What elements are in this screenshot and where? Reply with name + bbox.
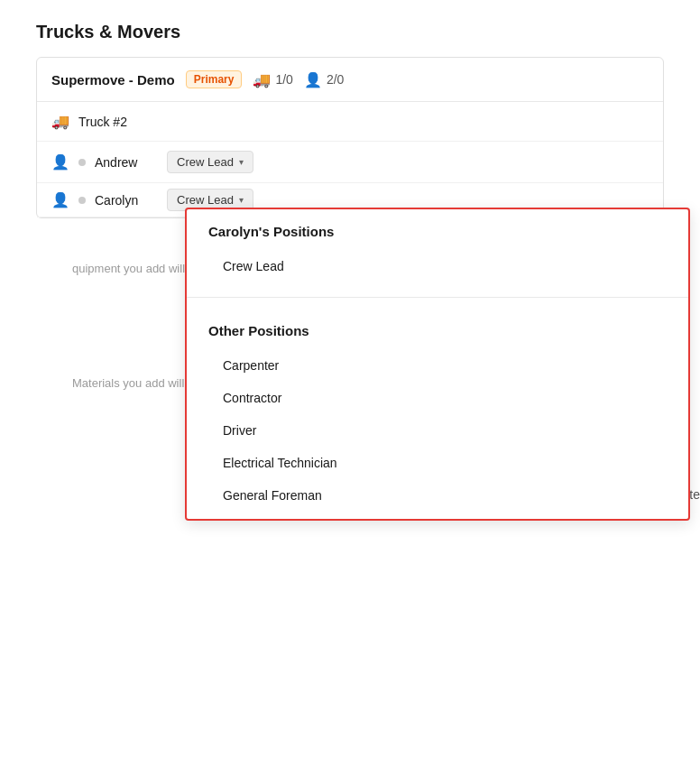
page-container: Trucks & Movers Supermove - Demo Primary… <box>0 0 700 758</box>
carolyn-dropdown-arrow: ▾ <box>239 195 244 205</box>
materials-hint-text: Materials you add will be <box>72 376 200 390</box>
trucks-stat: 🚚 1/0 <box>253 71 292 88</box>
role-dropdown-popup: Carolyn's Positions Crew Lead Other Posi… <box>185 208 690 521</box>
truck-stat-icon: 🚚 <box>253 71 271 88</box>
truck-row-icon: 🚚 <box>51 113 69 130</box>
carpenter-label: Carpenter <box>223 358 279 373</box>
trucks-count: 1/0 <box>275 72 292 87</box>
carolyn-name: Carolyn <box>95 193 158 208</box>
status-dot-andrew <box>78 159 86 166</box>
crew-lead-current-label: Crew Lead <box>223 259 284 273</box>
driver-label: Driver <box>223 423 256 438</box>
andrew-role-label: Crew Lead <box>177 155 234 169</box>
movers-count: 2/0 <box>327 72 344 87</box>
page-title: Trucks & Movers <box>0 0 700 57</box>
general-foreman-label: General Foreman <box>223 488 322 503</box>
crew-lead-option-current[interactable]: Crew Lead <box>208 250 667 282</box>
contractor-option[interactable]: Contractor <box>208 382 667 414</box>
carolyn-role-label: Crew Lead <box>177 193 234 207</box>
popup-divider <box>187 297 688 298</box>
equipment-hint-text: quipment you add will be <box>72 262 201 275</box>
andrew-role-dropdown[interactable]: Crew Lead ▾ <box>167 151 253 173</box>
status-dot-carolyn <box>78 197 86 204</box>
primary-badge: Primary <box>186 70 243 88</box>
person-icon-andrew: 👤 <box>51 153 69 171</box>
carolyns-positions-title: Carolyn's Positions <box>208 224 667 239</box>
andrew-name: Andrew <box>95 155 158 170</box>
movers-stat: 👤 2/0 <box>304 71 344 88</box>
other-positions-title: Other Positions <box>208 323 667 338</box>
contractor-label: Contractor <box>223 391 281 405</box>
company-name: Supermove - Demo <box>51 72 175 88</box>
truck-row: 🚚 Truck #2 <box>37 102 663 142</box>
electrical-technician-label: Electrical Technician <box>223 456 337 470</box>
trucks-movers-card: Supermove - Demo Primary 🚚 1/0 👤 2/0 🚚 T… <box>36 57 664 218</box>
driver-option[interactable]: Driver <box>208 414 667 447</box>
mover-stat-icon: 👤 <box>304 71 322 88</box>
carpenter-option[interactable]: Carpenter <box>208 349 667 382</box>
person-row-andrew: 👤 Andrew Crew Lead ▾ <box>37 142 663 183</box>
person-icon-carolyn: 👤 <box>51 191 69 208</box>
card-header: Supermove - Demo Primary 🚚 1/0 👤 2/0 <box>37 58 663 102</box>
electrical-technician-option[interactable]: Electrical Technician <box>208 447 667 479</box>
other-positions-section: Other Positions Carpenter Contractor Dri… <box>187 305 688 519</box>
general-foreman-option[interactable]: General Foreman <box>208 479 667 512</box>
truck-name: Truck #2 <box>78 115 127 129</box>
carolyns-positions-section: Carolyn's Positions Crew Lead <box>187 209 688 290</box>
andrew-dropdown-arrow: ▾ <box>239 157 244 167</box>
